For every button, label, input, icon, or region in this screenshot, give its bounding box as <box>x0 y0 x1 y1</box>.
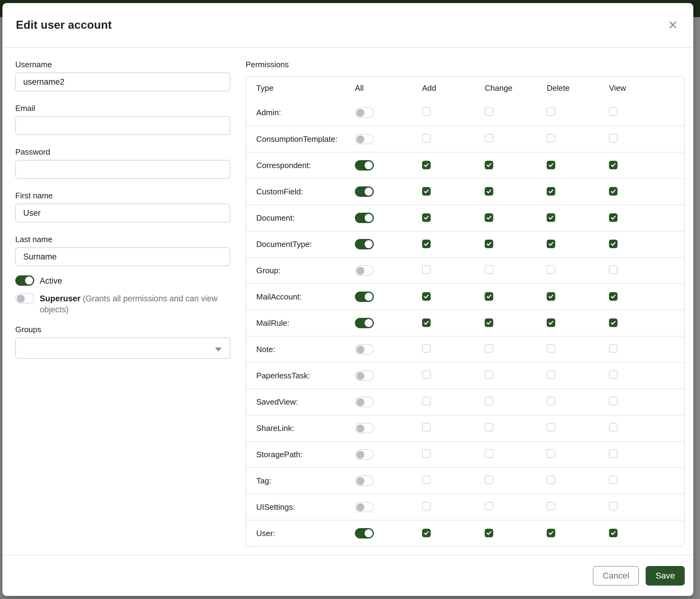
perm-delete-checkbox[interactable] <box>547 240 555 248</box>
perm-view-checkbox[interactable] <box>609 423 618 432</box>
perm-change-checkbox[interactable] <box>485 449 493 458</box>
perm-all-toggle[interactable] <box>355 291 374 302</box>
perm-change-checkbox[interactable] <box>485 502 493 510</box>
perm-delete-checkbox[interactable] <box>547 187 555 196</box>
perm-change-checkbox[interactable] <box>485 476 493 484</box>
perm-all-toggle[interactable] <box>355 318 374 328</box>
perm-view-checkbox[interactable] <box>609 502 618 510</box>
first-name-input[interactable] <box>15 203 230 222</box>
perm-all-toggle[interactable] <box>355 344 374 355</box>
perm-add-checkbox[interactable] <box>422 397 431 405</box>
perm-all-toggle[interactable] <box>355 265 374 275</box>
perm-view-checkbox[interactable] <box>609 370 618 379</box>
perm-add-checkbox[interactable] <box>422 449 431 458</box>
perm-all-toggle[interactable] <box>355 239 374 249</box>
perm-delete-checkbox[interactable] <box>547 107 555 116</box>
perm-change-checkbox[interactable] <box>485 213 493 222</box>
groups-select[interactable] <box>15 337 230 359</box>
perm-delete-checkbox[interactable] <box>547 134 555 142</box>
perm-add-checkbox[interactable] <box>422 318 431 327</box>
perm-add-checkbox[interactable] <box>422 476 431 484</box>
perm-view-checkbox[interactable] <box>609 476 618 484</box>
perm-view-checkbox[interactable] <box>609 187 618 196</box>
perm-change-checkbox[interactable] <box>485 161 493 169</box>
perm-delete-checkbox[interactable] <box>547 502 555 510</box>
perm-change-checkbox[interactable] <box>485 265 493 274</box>
perm-delete-checkbox[interactable] <box>547 423 555 432</box>
perm-delete-checkbox[interactable] <box>547 370 555 379</box>
perm-view-checkbox[interactable] <box>609 292 618 301</box>
perm-add-checkbox[interactable] <box>422 161 431 169</box>
password-label: Password <box>15 147 230 157</box>
perm-view-checkbox[interactable] <box>609 449 618 458</box>
perm-change-checkbox[interactable] <box>485 187 493 196</box>
perm-all-toggle[interactable] <box>355 397 374 407</box>
toggle-knob <box>17 295 25 303</box>
perm-change-checkbox[interactable] <box>485 529 493 537</box>
perm-change-checkbox[interactable] <box>485 397 493 405</box>
superuser-toggle[interactable] <box>15 293 34 304</box>
perm-view-checkbox[interactable] <box>609 240 618 248</box>
perm-add-checkbox[interactable] <box>422 292 431 301</box>
perm-add-checkbox[interactable] <box>422 187 431 196</box>
perm-delete-checkbox[interactable] <box>547 529 555 537</box>
perm-all-toggle[interactable] <box>355 213 374 223</box>
perm-all-toggle[interactable] <box>355 423 374 433</box>
perm-change-checkbox[interactable] <box>485 134 493 142</box>
perm-view-checkbox[interactable] <box>609 161 618 169</box>
perm-view-checkbox[interactable] <box>609 397 618 405</box>
perm-all-toggle[interactable] <box>355 502 374 512</box>
perm-change-checkbox[interactable] <box>485 318 493 327</box>
perm-change-checkbox[interactable] <box>485 107 493 116</box>
username-input[interactable] <box>15 72 230 91</box>
perm-add-checkbox[interactable] <box>422 107 431 116</box>
perm-all-toggle[interactable] <box>355 186 374 197</box>
last-name-field-group: Last name <box>15 235 230 266</box>
perm-delete-checkbox[interactable] <box>547 476 555 484</box>
perm-all-toggle[interactable] <box>355 528 374 538</box>
perm-delete-checkbox[interactable] <box>547 449 555 458</box>
perm-delete-checkbox[interactable] <box>547 213 555 222</box>
perm-add-checkbox[interactable] <box>422 423 431 432</box>
perm-all-toggle[interactable] <box>355 134 374 144</box>
perm-view-checkbox[interactable] <box>609 344 618 353</box>
last-name-input[interactable] <box>15 247 230 266</box>
perm-change-checkbox[interactable] <box>485 344 493 353</box>
perm-view-checkbox[interactable] <box>609 265 618 274</box>
perm-add-checkbox[interactable] <box>422 213 431 222</box>
perm-view-checkbox[interactable] <box>609 134 618 142</box>
perm-all-toggle[interactable] <box>355 476 374 486</box>
perm-all-toggle[interactable] <box>355 370 374 381</box>
perm-add-checkbox[interactable] <box>422 134 431 142</box>
perm-delete-checkbox[interactable] <box>547 161 555 169</box>
active-toggle[interactable] <box>15 275 34 286</box>
perm-add-checkbox[interactable] <box>422 502 431 510</box>
perm-change-checkbox[interactable] <box>485 423 493 432</box>
perm-add-checkbox[interactable] <box>422 344 431 353</box>
perm-delete-checkbox[interactable] <box>547 292 555 301</box>
perm-delete-checkbox[interactable] <box>547 265 555 274</box>
save-button[interactable]: Save <box>646 566 685 585</box>
perm-delete-checkbox[interactable] <box>547 397 555 405</box>
perm-change-checkbox[interactable] <box>485 370 493 379</box>
perm-change-checkbox[interactable] <box>485 292 493 301</box>
perm-view-checkbox[interactable] <box>609 213 618 222</box>
close-icon[interactable]: ✕ <box>666 18 680 32</box>
perm-add-checkbox[interactable] <box>422 265 431 274</box>
perm-all-toggle[interactable] <box>355 160 374 170</box>
password-input[interactable] <box>15 160 230 179</box>
perm-delete-checkbox[interactable] <box>547 344 555 353</box>
perm-add-checkbox[interactable] <box>422 529 431 537</box>
perm-delete-checkbox[interactable] <box>547 318 555 327</box>
perm-view-checkbox[interactable] <box>609 529 618 537</box>
perm-all-toggle[interactable] <box>355 449 374 460</box>
perm-all-toggle[interactable] <box>355 107 374 118</box>
perm-view-checkbox[interactable] <box>609 107 618 116</box>
column-header-delete: Delete <box>547 83 609 93</box>
email-input[interactable] <box>15 116 230 135</box>
perm-add-checkbox[interactable] <box>422 240 431 248</box>
cancel-button[interactable]: Cancel <box>593 566 639 585</box>
perm-add-checkbox[interactable] <box>422 370 431 379</box>
perm-change-checkbox[interactable] <box>485 240 493 248</box>
perm-view-checkbox[interactable] <box>609 318 618 327</box>
